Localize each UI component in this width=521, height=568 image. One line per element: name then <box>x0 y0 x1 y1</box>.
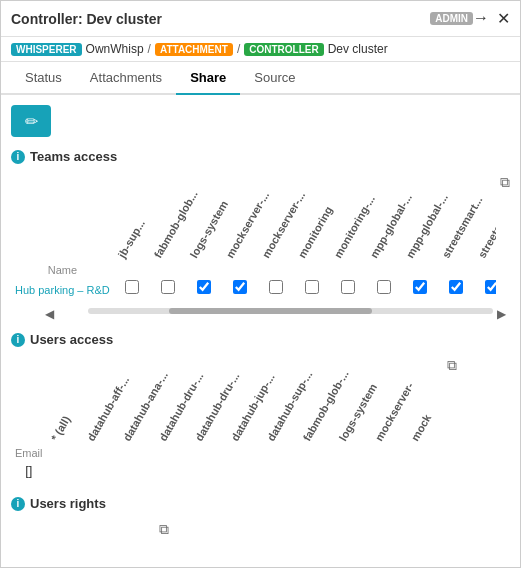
users-table-container: * (all) datahub-aff-... datahub-ana-... … <box>11 355 443 480</box>
col-mpp2: mpp-global-... <box>403 237 423 260</box>
col-jbsup: jb-sup... <box>115 237 135 260</box>
close-icon[interactable]: ✕ <box>497 9 510 28</box>
check-mpp2[interactable] <box>413 280 427 294</box>
tab-attachments[interactable]: Attachments <box>76 62 176 95</box>
users-access-label: Users access <box>30 332 113 347</box>
users-header-row: * (all) datahub-aff-... datahub-ana-... … <box>11 355 443 445</box>
breadcrumb: WHISPERER OwnWhisp / ATTACHMENT / CONTRO… <box>1 37 520 62</box>
ucol-aff: datahub-aff-... <box>84 420 104 443</box>
users-info-icon: i <box>11 333 25 347</box>
teams-scroll-right[interactable]: ▶ <box>493 307 510 321</box>
users-rights-section: i Users rights Share Rights Delete <box>11 496 510 555</box>
email-label: Email <box>11 445 47 461</box>
ucol-jup: datahub-jup-... <box>228 420 248 443</box>
ucol-all: * (all) <box>48 420 68 443</box>
teams-scroll-controls: ◀ ▶ <box>41 306 510 322</box>
teams-table-row: jb-sup... fabmob-glob... logs-system moc… <box>11 172 510 304</box>
teams-scrollbar-thumb <box>169 308 372 314</box>
ucol-mock2: mock <box>408 420 428 443</box>
users-copy-icon[interactable]: ⧉ <box>447 357 457 374</box>
rights-info-icon: i <box>11 497 25 511</box>
devcluster-text: Dev cluster <box>328 42 388 56</box>
tab-share[interactable]: Share <box>176 62 240 95</box>
ucol-ana: datahub-ana-... <box>120 420 140 443</box>
users-access-title: i Users access <box>11 332 510 347</box>
header-icons: → ✕ <box>473 9 510 28</box>
admin-badge: ADMIN <box>430 12 473 25</box>
check-fabmob[interactable] <box>161 280 175 294</box>
teams-copy-icon[interactable]: ⧉ <box>500 174 510 191</box>
users-rights-title: i Users rights <box>11 496 510 511</box>
col-mock1: mockserver-... <box>223 237 243 260</box>
window-container: Controller: Dev cluster ADMIN → ✕ WHISPE… <box>1 1 520 555</box>
tabs: Status Attachments Share Source <box>1 62 520 95</box>
ucol-mock: mockserver- <box>372 420 392 443</box>
check-street1[interactable] <box>449 280 463 294</box>
ucol-dru2: datahub-dru-... <box>192 420 212 443</box>
edit-icon: ✏ <box>25 112 38 131</box>
share-content: ✏ i Teams access jb-sup... fabmob-glob..… <box>1 95 520 555</box>
ucol-dru1: datahub-dru-... <box>156 420 176 443</box>
teams-header-row: jb-sup... fabmob-glob... logs-system moc… <box>11 172 496 262</box>
users-rights-label: Users rights <box>30 496 106 511</box>
col-monitor1: monitoring <box>295 237 315 260</box>
col-street2: streetsmart... <box>475 237 495 260</box>
check-monitor2[interactable] <box>341 280 355 294</box>
table-row: Name <box>11 262 496 278</box>
header: Controller: Dev cluster ADMIN → ✕ <box>1 1 520 37</box>
rights-table-container: Share Rights Delete Email [] <box>11 519 155 555</box>
users-table: * (all) datahub-aff-... datahub-ana-... … <box>11 355 443 480</box>
check-monitor1[interactable] <box>305 280 319 294</box>
check-mpp1[interactable] <box>377 280 391 294</box>
teams-access-section-title: i Teams access <box>11 149 510 164</box>
controller-badge: CONTROLLER <box>244 43 323 56</box>
check-logs[interactable] <box>197 280 211 294</box>
col-fabmob: fabmob-glob... <box>151 237 171 260</box>
hub-parking-row: Hub parking – R&D <box>11 278 496 298</box>
users-value-row: [] <box>11 461 443 480</box>
users-label-row: Email <box>11 445 443 461</box>
teams-table: jb-sup... fabmob-glob... logs-system moc… <box>11 172 496 298</box>
arrow-icon[interactable]: → <box>473 9 489 28</box>
col-street1: streetsmart... <box>439 237 459 260</box>
teams-info-icon: i <box>11 150 25 164</box>
edit-button[interactable]: ✏ <box>11 105 51 137</box>
teams-scrollbar[interactable] <box>88 308 493 314</box>
teams-access-label: Teams access <box>30 149 117 164</box>
tab-status[interactable]: Status <box>11 62 76 95</box>
breadcrumb-sep-2: / <box>237 42 240 56</box>
users-access-section: i Users access * (all) datahub-aff-... d… <box>11 332 510 486</box>
col-monitor2: monitoring-... <box>331 237 351 260</box>
col-mock2: mockserver-... <box>259 237 279 260</box>
users-email-value: [] <box>11 461 47 480</box>
col-mpp1: mpp-global-... <box>367 237 387 260</box>
rights-table-row: Share Rights Delete Email [] <box>11 519 510 555</box>
tab-source[interactable]: Source <box>240 62 309 95</box>
rights-header-row: Share Rights Delete <box>11 519 155 555</box>
check-jbsup[interactable] <box>125 280 139 294</box>
col-logs: logs-system <box>187 237 207 260</box>
hub-parking-value: Hub parking – R&D <box>11 278 114 298</box>
check-mock2[interactable] <box>269 280 283 294</box>
ucol-fabmob: fabmob-glob-... <box>300 420 320 443</box>
check-street2[interactable] <box>485 280 496 294</box>
ucol-logs: logs-system <box>336 420 356 443</box>
check-mock1[interactable] <box>233 280 247 294</box>
rights-copy-icon[interactable]: ⧉ <box>159 521 169 538</box>
attachment-badge: ATTACHMENT <box>155 43 233 56</box>
breadcrumb-sep-1: / <box>148 42 151 56</box>
ownwhisp-text: OwnWhisp <box>86 42 144 56</box>
teams-table-container: jb-sup... fabmob-glob... logs-system moc… <box>11 172 496 298</box>
teams-scroll-left[interactable]: ◀ <box>41 307 58 321</box>
rights-table: Share Rights Delete Email [] <box>11 519 155 555</box>
ucol-sup: datahub-sup-... <box>264 420 284 443</box>
users-table-row: * (all) datahub-aff-... datahub-ana-... … <box>11 355 510 486</box>
name-label: Name <box>11 262 114 278</box>
whisperer-badge: WHISPERER <box>11 43 82 56</box>
window-title: Controller: Dev cluster <box>11 11 424 27</box>
